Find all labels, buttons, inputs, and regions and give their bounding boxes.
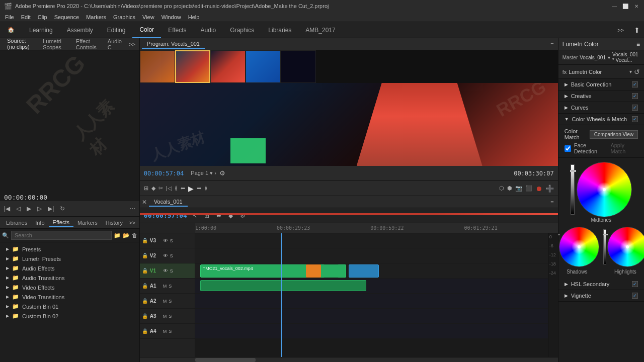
section-hsl-secondary[interactable]: ▶ HSL Secondary ✓ xyxy=(558,279,644,290)
page-dropdown-icon[interactable]: ▾ xyxy=(210,170,213,176)
tab-effects[interactable]: Effects xyxy=(49,218,73,227)
tc-inout-icon[interactable]: |◁ xyxy=(166,185,172,192)
midtones-slider[interactable] xyxy=(571,164,575,215)
tab-graphics[interactable]: Graphics xyxy=(223,22,261,38)
tab-history[interactable]: History xyxy=(102,219,127,227)
tab-info[interactable]: Info xyxy=(31,219,48,227)
track-lock-a4[interactable]: 🔒 xyxy=(142,328,148,334)
menu-graphics[interactable]: Graphics xyxy=(110,14,138,21)
timeline-tool-slip[interactable]: ⬌ xyxy=(214,211,223,220)
tc-add-clip[interactable]: ➕ xyxy=(545,185,554,193)
source-step-back[interactable]: ◁ xyxy=(14,204,23,213)
workspace-more[interactable]: >> xyxy=(617,27,624,33)
menu-markers[interactable]: Markers xyxy=(83,14,109,21)
film-thumb-4[interactable] xyxy=(246,50,281,83)
menu-sequence[interactable]: Sequence xyxy=(51,14,83,21)
program-panel-more[interactable]: = xyxy=(548,41,555,47)
tc-razor-icon[interactable]: ✂ xyxy=(158,185,163,192)
section-creative[interactable]: ▶ Creative ✓ xyxy=(558,90,644,102)
tab-effects[interactable]: Effects xyxy=(161,22,193,38)
fx-dropdown-icon[interactable]: ▾ xyxy=(629,69,632,74)
track-lock-a1[interactable]: 🔒 xyxy=(142,283,148,289)
section-curves[interactable]: ▶ Curves ✓ xyxy=(558,102,644,114)
clip-v1-blue[interactable] xyxy=(349,264,379,278)
shadows-slider-handle[interactable] xyxy=(558,234,559,235)
track-lock-a2[interactable]: 🔒 xyxy=(142,298,148,304)
timeline-more[interactable]: = xyxy=(548,199,555,205)
new-bin-icon[interactable]: 📁 xyxy=(114,232,121,239)
timeline-tool-select[interactable]: ↖ xyxy=(190,211,199,220)
close-button[interactable]: ✕ xyxy=(633,3,640,10)
track-vis-v3[interactable]: 👁 xyxy=(163,238,168,243)
checkbox-color-wheels[interactable]: ✓ xyxy=(632,116,638,122)
track-m-a3[interactable]: M xyxy=(163,314,167,319)
fx-reset-icon[interactable]: ↺ xyxy=(634,68,640,76)
tc-snap[interactable]: 📷 xyxy=(515,185,522,192)
tc-grid-icon[interactable]: ⊞ xyxy=(144,185,148,192)
tab-editing[interactable]: Editing xyxy=(100,22,133,38)
tab-libraries-bottom[interactable]: Libraries xyxy=(2,219,31,227)
menu-clip[interactable]: Clip xyxy=(35,14,50,21)
lumetri-menu-icon[interactable]: ≡ xyxy=(636,41,640,48)
effects-item-presets[interactable]: ▶ 📁 Presets xyxy=(0,244,139,254)
tab-amb2017[interactable]: AMB_2017 xyxy=(298,22,342,38)
comparison-view-button[interactable]: Comparison View xyxy=(590,130,638,139)
home-button[interactable]: 🏠 xyxy=(4,23,18,37)
tc-record[interactable]: ⏺ xyxy=(535,185,542,193)
highlights-wheel[interactable] xyxy=(607,227,644,267)
tab-learning[interactable]: Learning xyxy=(22,22,60,38)
film-thumb-2[interactable] xyxy=(175,50,210,83)
tc-play[interactable]: ▶ xyxy=(188,185,194,193)
effects-item-lumetri-presets[interactable]: ▶ 📁 Lumetri Presets xyxy=(0,254,139,263)
effects-item-video-transitions[interactable]: ▶ 📁 Video Transitions xyxy=(0,292,139,302)
tab-libraries[interactable]: Libraries xyxy=(261,22,298,38)
source-ctrl-btn[interactable]: |◀ xyxy=(2,204,12,213)
clip-v1-small2[interactable] xyxy=(324,264,339,278)
highlights-slider-handle[interactable] xyxy=(603,234,608,235)
source-drag[interactable]: ⋯ xyxy=(127,204,137,213)
menu-edit[interactable]: Edit xyxy=(18,14,34,21)
tab-effect-controls[interactable]: Effect Controls xyxy=(71,37,103,51)
checkbox-hsl[interactable]: ✓ xyxy=(632,281,638,287)
tab-source[interactable]: Source: (no clips) xyxy=(2,37,38,52)
tc-rewind[interactable]: ⟪ xyxy=(175,185,178,192)
settings-icon[interactable]: ⚙ xyxy=(219,169,225,177)
track-vis-v1[interactable]: 👁 xyxy=(163,268,168,274)
new-custom-bin-icon[interactable]: 📂 xyxy=(123,232,130,239)
tab-audio-c[interactable]: Audio C xyxy=(103,37,127,51)
track-vis-v2[interactable]: 👁 xyxy=(163,253,168,258)
playhead[interactable] xyxy=(281,233,282,357)
section-color-wheels[interactable]: ▼ Color Wheels & Match ✓ xyxy=(558,114,644,125)
timeline-tab-vocals[interactable]: Vocals_001 xyxy=(149,198,188,207)
film-thumb-3[interactable] xyxy=(210,50,246,83)
menu-file[interactable]: File xyxy=(2,14,17,21)
menu-help[interactable]: Help xyxy=(185,14,203,21)
tc-marker-icon[interactable]: ◆ xyxy=(151,185,155,192)
timeline-tool-ripple[interactable]: ⊞ xyxy=(202,211,211,220)
source-loop[interactable]: ↻ xyxy=(58,204,67,213)
checkbox-vignette[interactable]: ✓ xyxy=(632,293,638,299)
timeline-tool-razor[interactable]: ⚙ xyxy=(238,211,248,220)
tc-extract[interactable]: ⬢ xyxy=(507,185,512,192)
export-icon[interactable]: ⬆ xyxy=(634,26,640,34)
tab-lumetri-scopes[interactable]: Lumetri Scopes xyxy=(38,37,71,51)
source-step-fwd[interactable]: ▷ xyxy=(35,204,44,213)
film-thumb-1[interactable] xyxy=(140,50,175,83)
track-lock-v2[interactable]: 🔒 xyxy=(142,253,148,258)
track-solo-v2[interactable]: S xyxy=(170,253,173,258)
track-lock-a3[interactable]: 🔒 xyxy=(142,313,148,319)
tab-audio[interactable]: Audio xyxy=(194,22,223,38)
clip-a1-main[interactable] xyxy=(200,280,366,291)
effects-item-video-effects[interactable]: ▶ 📁 Video Effects xyxy=(0,283,139,292)
maximize-button[interactable]: ⬜ xyxy=(622,3,629,10)
search-input[interactable] xyxy=(11,231,112,240)
tc-step-fwd[interactable]: ➡ xyxy=(197,185,201,192)
menu-view[interactable]: View xyxy=(139,14,157,21)
effects-item-custom-bin-02[interactable]: ▶ 📁 Custom Bin 02 xyxy=(0,311,139,321)
track-solo-v3[interactable]: S xyxy=(170,238,173,243)
timeline-tool-marker[interactable]: ◆ xyxy=(226,211,235,220)
tc-step-back[interactable]: ⬅ xyxy=(181,185,185,192)
track-m-a1[interactable]: M xyxy=(163,284,167,289)
effects-item-custom-bin-01[interactable]: ▶ 📁 Custom Bin 01 xyxy=(0,302,139,311)
face-detection-checkbox[interactable] xyxy=(565,145,571,152)
